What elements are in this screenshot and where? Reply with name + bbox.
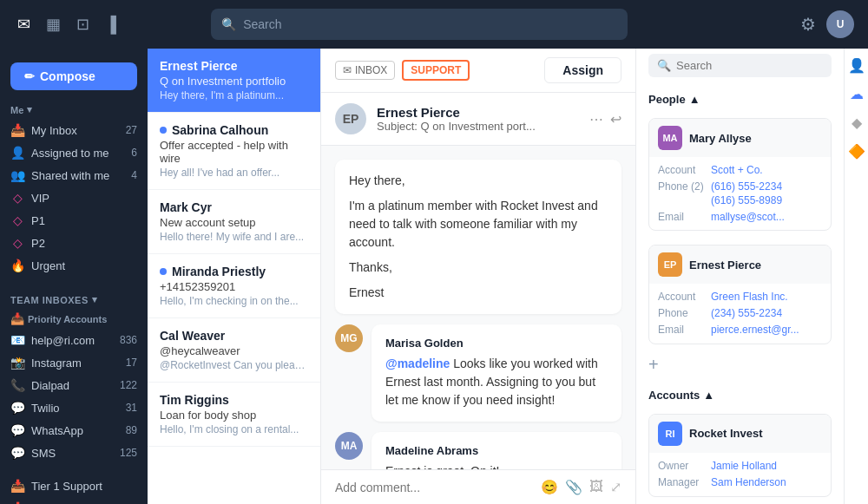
rocket-owner-value[interactable]: Jamie Holland bbox=[711, 460, 822, 472]
sidebar-item-dialpad[interactable]: 📞 Dialpad 122 bbox=[0, 374, 148, 396]
contacts-nav-icon[interactable]: ⊡ bbox=[73, 11, 93, 37]
sidebar-item-tier1[interactable]: 📥 Tier 1 Support bbox=[0, 475, 148, 497]
conv-item-0[interactable]: Ernest Pierce Q on Investment portfolio … bbox=[148, 49, 320, 113]
assigned-icon: 👤 bbox=[10, 146, 24, 160]
side-icon-contacts[interactable]: 👤 bbox=[848, 57, 865, 74]
assigned-count: 6 bbox=[131, 147, 137, 159]
accounts-section-header[interactable]: Accounts ▲ bbox=[636, 378, 844, 407]
priority-accounts-header[interactable]: 📥 Priority Accounts bbox=[0, 309, 148, 329]
sidebar-item-twilio[interactable]: 💬 Twilio 31 bbox=[0, 396, 148, 419]
mary-account-value[interactable]: Scott + Co. bbox=[711, 164, 822, 176]
top-nav: ✉ ▦ ⊡ ▐ 🔍 ⚙ U bbox=[0, 0, 868, 49]
sidebar-item-help-ri[interactable]: 📧 help@ri.com 836 bbox=[0, 329, 148, 351]
me-label: Me bbox=[10, 105, 23, 115]
sidebar-item-assigned[interactable]: 👤 Assigned to me 6 bbox=[0, 141, 148, 164]
sidebar-item-p2[interactable]: ◇ P2 bbox=[0, 232, 148, 254]
sidebar-item-tier2[interactable]: 📥 Tier 2 Support bbox=[0, 497, 148, 504]
add-person-button[interactable]: + bbox=[636, 351, 844, 378]
team-inboxes-label[interactable]: Team Inboxes ▾ bbox=[0, 287, 148, 309]
mention-1: @madeline bbox=[385, 357, 450, 370]
sidebar-item-shared[interactable]: 👥 Shared with me 4 bbox=[0, 164, 148, 187]
my-inbox-label: My Inbox bbox=[31, 124, 119, 137]
person-card-header-mary[interactable]: MA Mary Allyse bbox=[649, 119, 831, 157]
person-card-mary: MA Mary Allyse Account Scott + Co. Phone… bbox=[648, 118, 832, 231]
conv-preview-3: Hello, I'm checking in on the... bbox=[160, 295, 308, 307]
conversation-list: Ernest Pierce Q on Investment portfolio … bbox=[148, 49, 321, 504]
conv-preview-4: @RocketInvest Can you pleas... bbox=[160, 359, 308, 371]
global-search-input[interactable] bbox=[243, 17, 617, 31]
conv-subject-0: Q on Investment portfolio bbox=[160, 75, 308, 88]
calendar-nav-icon[interactable]: ▦ bbox=[43, 11, 64, 37]
side-icon-crm[interactable]: ☁ bbox=[850, 86, 864, 102]
unread-dot-3 bbox=[160, 268, 167, 275]
email-nav-icon[interactable]: ✉ bbox=[14, 11, 34, 37]
mary-phone-value: (616) 555-2234 (616) 555-8989 bbox=[711, 180, 822, 206]
team-inboxes-text: Team Inboxes bbox=[10, 295, 89, 305]
conv-item-2[interactable]: Mark Cyr New account setup Hello there! … bbox=[148, 190, 320, 254]
ernest-account-field: Account Green Flash Inc. bbox=[658, 291, 822, 303]
tier1-icon: 📥 bbox=[10, 479, 24, 493]
sidebar-item-urgent[interactable]: 🔥 Urgent bbox=[0, 254, 148, 277]
conv-item-4[interactable]: Cal Weaver @heycalweaver @RocketInvest C… bbox=[148, 318, 320, 383]
urgent-label: Urgent bbox=[31, 259, 137, 272]
me-section-label[interactable]: Me ▾ bbox=[0, 101, 148, 119]
twilio-count: 31 bbox=[126, 402, 137, 414]
dialpad-count: 122 bbox=[120, 379, 137, 391]
accounts-section-label: Accounts bbox=[648, 389, 700, 402]
right-search-input[interactable] bbox=[676, 59, 823, 72]
user-avatar[interactable]: U bbox=[826, 10, 854, 38]
image-icon[interactable]: 🖼 bbox=[589, 479, 603, 495]
account-card-body-rocket: Owner Jamie Holland Manager Sam Henderso… bbox=[649, 453, 831, 497]
conv-subject-3: +14152359201 bbox=[160, 280, 308, 293]
more-options-icon[interactable]: ⋯ bbox=[589, 111, 603, 128]
mary-email-value[interactable]: mallyse@scot... bbox=[711, 211, 822, 223]
people-section-header[interactable]: People ▲ bbox=[636, 82, 844, 111]
sms-icon: 💬 bbox=[10, 446, 24, 460]
ernest-account-value[interactable]: Green Flash Inc. bbox=[711, 291, 822, 303]
vip-label: VIP bbox=[31, 192, 137, 205]
inbox-badge[interactable]: ✉ INBOX bbox=[335, 61, 395, 80]
sidebar-item-instagram[interactable]: 📸 Instagram 17 bbox=[0, 351, 148, 374]
chevron-down-icon-2: ▾ bbox=[92, 294, 98, 305]
person-card-header-ernest[interactable]: EP Ernest Pierce bbox=[649, 245, 831, 284]
sidebar-item-sms[interactable]: 💬 SMS 125 bbox=[0, 442, 148, 464]
comment-input[interactable] bbox=[335, 481, 532, 494]
attachment-icon[interactable]: 📎 bbox=[565, 479, 582, 495]
people-section-label: People bbox=[648, 93, 686, 106]
rocket-avatar: RI bbox=[658, 422, 682, 446]
chevron-down-icon: ▾ bbox=[27, 104, 32, 115]
compose-button[interactable]: ✏ Compose bbox=[10, 62, 137, 90]
side-icon-hubspot[interactable]: 🔶 bbox=[848, 143, 865, 160]
support-badge[interactable]: SUPPORT bbox=[402, 60, 470, 81]
conv-item-3[interactable]: Miranda Priestly +14152359201 Hello, I'm… bbox=[148, 254, 320, 318]
settings-icon[interactable]: ⚙ bbox=[800, 14, 816, 35]
sidebar-item-whatsapp[interactable]: 💬 WhatsApp 89 bbox=[0, 419, 148, 442]
conv-item-5[interactable]: Tim Riggins Loan for body shop Hello, I'… bbox=[148, 383, 320, 447]
sidebar-item-vip[interactable]: ◇ VIP bbox=[0, 187, 148, 209]
emoji-icon[interactable]: 😊 bbox=[541, 479, 558, 495]
mary-phone1[interactable]: (616) 555-2234 bbox=[711, 180, 822, 193]
assign-button[interactable]: Assign bbox=[544, 57, 621, 83]
conv-name-0: Ernest Pierce bbox=[160, 59, 308, 73]
twilio-icon: 💬 bbox=[10, 401, 24, 415]
conv-name-text-1: Sabrina Calhoun bbox=[172, 123, 268, 137]
global-search-bar: 🔍 bbox=[211, 9, 628, 40]
conv-item-1[interactable]: Sabrina Calhoun Offer accepted - help wi… bbox=[148, 113, 320, 190]
chart-nav-icon[interactable]: ▐ bbox=[102, 12, 120, 37]
account-card-header-rocket[interactable]: RI Rocket Invest bbox=[649, 415, 831, 453]
sidebar-item-my-inbox[interactable]: 📥 My Inbox 27 bbox=[0, 119, 148, 141]
message-subject-bar: EP Ernest Pierce Subject: Q on Investmen… bbox=[321, 93, 635, 146]
sidebar-item-p1[interactable]: ◇ P1 bbox=[0, 209, 148, 232]
input-icons: 😊 📎 🖼 ⤢ bbox=[541, 479, 621, 495]
expand-icon[interactable]: ⤢ bbox=[610, 479, 621, 495]
reply-icon[interactable]: ↩ bbox=[610, 111, 621, 128]
rocket-owner-field: Owner Jamie Holland bbox=[658, 460, 822, 472]
comment-row-2: MA Madeline Abrams Ernest is great. On i… bbox=[335, 432, 621, 469]
mary-phone2[interactable]: (616) 555-8989 bbox=[711, 194, 822, 206]
whatsapp-icon: 💬 bbox=[10, 423, 24, 437]
rocket-manager-value[interactable]: Sam Henderson bbox=[711, 476, 822, 488]
ernest-phone-value[interactable]: (234) 555-2234 bbox=[711, 307, 822, 319]
side-icon-diamond[interactable]: ◆ bbox=[852, 115, 862, 131]
ernest-email-value[interactable]: pierce.ernest@gr... bbox=[711, 324, 822, 336]
tier1-label: Tier 1 Support bbox=[31, 480, 137, 493]
